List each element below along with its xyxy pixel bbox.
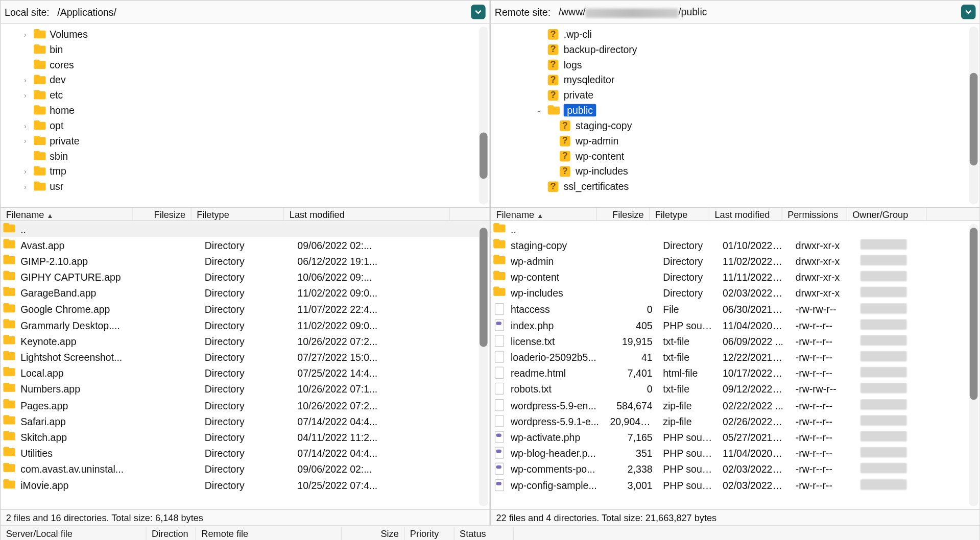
tree-item-volumes[interactable]: ›Volumes: [1, 27, 489, 42]
file-permissions: -rw-rw-r--: [790, 384, 855, 395]
col-lastmod[interactable]: Last modified: [709, 208, 782, 221]
col-filename[interactable]: Filename▲: [1, 208, 133, 221]
file-row[interactable]: index.php405PHP sour...11/04/2020 2...-r…: [491, 317, 979, 333]
tree-item-cores[interactable]: ›cores: [1, 57, 489, 72]
redacted-owner: [861, 239, 907, 250]
tree-item-wp-admin[interactable]: ›wp-admin: [491, 133, 979, 149]
file-row[interactable]: Pages.appDirectory10/26/2022 07:2...: [1, 397, 489, 413]
tree-item-tmp[interactable]: ›tmp: [1, 163, 489, 179]
scrollbar-thumb[interactable]: [480, 228, 488, 347]
file-row[interactable]: Local.appDirectory07/25/2022 14:4...: [1, 365, 489, 381]
file-row[interactable]: robots.txt0txt-file09/12/2022 1...-rw-rw…: [491, 381, 979, 397]
local-directory-tree[interactable]: ›Volumes›bin›cores›dev›etc›home›opt›priv…: [0, 24, 490, 208]
qcol-remotefile[interactable]: Remote file: [196, 527, 342, 540]
tree-item-dev[interactable]: ›dev: [1, 72, 489, 87]
scrollbar-thumb[interactable]: [480, 132, 488, 179]
file-row[interactable]: GIMP-2.10.appDirectory06/12/2022 19:1...: [1, 253, 489, 269]
file-row[interactable]: Keynote.appDirectory10/26/2022 07:2...: [1, 333, 489, 349]
tree-item-wp-includes[interactable]: ›wp-includes: [491, 163, 979, 179]
scrollbar[interactable]: [479, 224, 488, 506]
tree-item-backup-directory[interactable]: ›backup-directory: [491, 42, 979, 57]
col-filename[interactable]: Filename▲: [491, 208, 597, 221]
chevron-right-icon[interactable]: ›: [20, 182, 30, 190]
file-row[interactable]: wp-comments-po...2,338PHP sour...02/03/2…: [491, 461, 979, 477]
tree-item-logs[interactable]: ›logs: [491, 57, 979, 72]
scrollbar-thumb[interactable]: [970, 73, 978, 166]
remote-file-list[interactable]: ..staging-copyDirectory01/10/2022 0...dr…: [490, 221, 980, 509]
file-row[interactable]: license.txt19,915txt-file06/09/2022 ...-…: [491, 333, 979, 349]
local-path-dropdown[interactable]: [471, 5, 486, 19]
file-row[interactable]: wp-blog-header.p...351PHP sour...11/04/2…: [491, 445, 979, 461]
tree-item-staging-copy[interactable]: ›staging-copy: [491, 118, 979, 133]
file-size: 0: [605, 384, 658, 395]
tree-item-sbin[interactable]: ›sbin: [1, 149, 489, 164]
tree-item-bin[interactable]: ›bin: [1, 42, 489, 57]
chevron-right-icon[interactable]: ›: [20, 76, 30, 84]
file-row[interactable]: Google Chrome.appDirectory11/07/2022 22:…: [1, 301, 489, 317]
file-row[interactable]: htaccess0File06/30/2021 1...-rw-rw-r--: [491, 301, 979, 317]
tree-item-ssl-certificates[interactable]: ›ssl_certificates: [491, 179, 979, 194]
scrollbar-thumb[interactable]: [970, 228, 978, 400]
tree-item-usr[interactable]: ›usr: [1, 179, 489, 194]
file-row[interactable]: UtilitiesDirectory07/14/2022 04:4...: [1, 445, 489, 461]
file-row[interactable]: readme.html7,401html-file10/17/2022 1...…: [491, 365, 979, 381]
file-row[interactable]: iMovie.appDirectory10/25/2022 07:4...: [1, 477, 489, 493]
chevron-right-icon[interactable]: ›: [20, 121, 30, 130]
remote-path-dropdown[interactable]: [961, 5, 976, 19]
file-row[interactable]: GIPHY CAPTURE.appDirectory10/06/2022 09:…: [1, 269, 489, 285]
remote-site-path[interactable]: /www//public: [556, 5, 955, 19]
scrollbar[interactable]: [969, 27, 978, 205]
tree-item-mysqleditor[interactable]: ›mysqleditor: [491, 72, 979, 87]
tree-item-private[interactable]: ›private: [491, 87, 979, 103]
file-row[interactable]: loaderio-25092b5...41txt-file12/22/2021 …: [491, 349, 979, 365]
col-owner[interactable]: Owner/Group: [847, 208, 927, 221]
chevron-icon[interactable]: ⌄: [535, 106, 544, 115]
qcol-status[interactable]: Status: [455, 527, 514, 540]
file-row[interactable]: wp-config-sample...3,001PHP sour...02/03…: [491, 477, 979, 493]
qcol-size[interactable]: Size: [342, 527, 404, 540]
file-row[interactable]: Safari.appDirectory07/14/2022 04:4...: [1, 413, 489, 429]
file-row[interactable]: wp-contentDirectory11/11/2022 0...drwxr-…: [491, 269, 979, 285]
file-row[interactable]: wp-includesDirectory02/03/2022 1...drwxr…: [491, 285, 979, 301]
tree-item-wp-content[interactable]: ›wp-content: [491, 149, 979, 164]
file-row[interactable]: Skitch.appDirectory04/11/2022 11:2...: [1, 429, 489, 445]
scrollbar[interactable]: [969, 224, 978, 506]
col-filetype[interactable]: Filetype: [192, 208, 284, 221]
tree-item-private[interactable]: ›private: [1, 133, 489, 149]
local-site-path[interactable]: /Applications/: [55, 5, 466, 19]
file-row[interactable]: GarageBand.appDirectory11/02/2022 09:0..…: [1, 285, 489, 301]
tree-item-home[interactable]: ›home: [1, 103, 489, 118]
chevron-right-icon[interactable]: ›: [20, 137, 30, 145]
tree-item-etc[interactable]: ›etc: [1, 87, 489, 103]
file-row[interactable]: Numbers.appDirectory10/26/2022 07:1...: [1, 381, 489, 397]
col-filetype[interactable]: Filetype: [650, 208, 709, 221]
file-row[interactable]: Grammarly Desktop....Directory11/02/2022…: [1, 317, 489, 333]
file-row[interactable]: wordpress-5.9.1-e...20,904,4...zip-file0…: [491, 413, 979, 429]
parent-dir-row[interactable]: ..: [1, 221, 489, 237]
chevron-right-icon[interactable]: ›: [20, 91, 30, 99]
qcol-direction[interactable]: Direction: [147, 527, 196, 540]
file-row[interactable]: Avast.appDirectory09/06/2022 02:...: [1, 237, 489, 253]
tree-item--wp-cli[interactable]: ›.wp-cli: [491, 27, 979, 42]
tree-item-opt[interactable]: ›opt: [1, 118, 489, 133]
remote-directory-tree[interactable]: ›.wp-cli›backup-directory›logs›mysqledit…: [490, 24, 980, 208]
scrollbar[interactable]: [479, 27, 488, 205]
chevron-right-icon[interactable]: ›: [20, 167, 30, 175]
file-permissions: -rw-r--r--: [790, 335, 855, 347]
chevron-right-icon[interactable]: ›: [20, 30, 30, 38]
file-row[interactable]: staging-copyDirectory01/10/2022 0...drwx…: [491, 237, 979, 253]
tree-item-public[interactable]: ⌄public: [491, 103, 979, 118]
parent-dir-row[interactable]: ..: [491, 221, 979, 237]
col-permissions[interactable]: Permissions: [782, 208, 847, 221]
local-file-list[interactable]: ..Avast.appDirectory09/06/2022 02:...GIM…: [0, 221, 490, 509]
col-filesize[interactable]: Filesize: [133, 208, 192, 221]
file-row[interactable]: wordpress-5.9-en...584,674zip-file02/22/…: [491, 397, 979, 413]
file-row[interactable]: Lightshot Screenshot...Directory07/27/20…: [1, 349, 489, 365]
col-lastmod[interactable]: Last modified: [284, 208, 449, 221]
col-filesize[interactable]: Filesize: [597, 208, 650, 221]
qcol-priority[interactable]: Priority: [404, 527, 454, 540]
file-row[interactable]: com.avast.av.uninstal...Directory09/06/2…: [1, 461, 489, 477]
file-row[interactable]: wp-adminDirectory11/02/2022 1...drwxr-xr…: [491, 253, 979, 269]
file-row[interactable]: wp-activate.php7,165PHP sour...05/27/202…: [491, 429, 979, 445]
qcol-serverfile[interactable]: Server/Local file: [1, 527, 146, 540]
